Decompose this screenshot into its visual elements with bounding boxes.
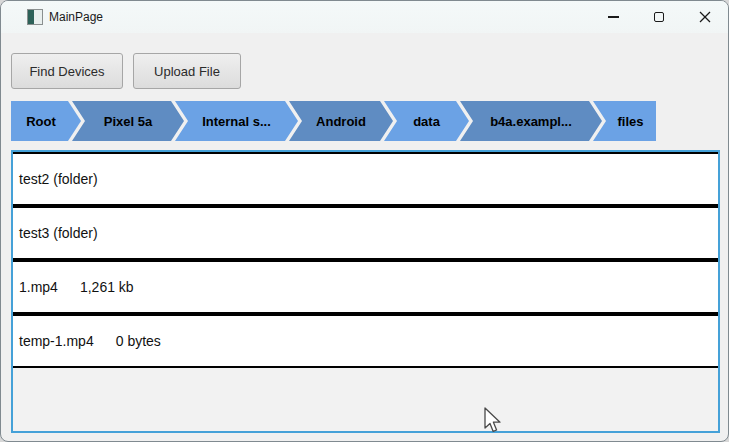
list-item[interactable]: temp-1.mp40 bytes: [13, 314, 718, 368]
minimize-icon: [608, 16, 619, 17]
app-window: MainPage Find Devices Upload File RootPi…: [0, 0, 729, 442]
file-size: 0 bytes: [116, 333, 161, 349]
breadcrumb-item-label: Root: [26, 114, 56, 129]
file-size: 1,261 kb: [80, 279, 134, 295]
file-name: test2 (folder): [19, 171, 98, 187]
window-controls: [590, 1, 728, 33]
breadcrumb-item-pixel-5a[interactable]: Pixel 5a: [72, 101, 184, 141]
find-devices-button[interactable]: Find Devices: [11, 53, 123, 89]
breadcrumb: RootPixel 5aInternal s...Androiddatab4a.…: [11, 101, 656, 141]
app-icon: [27, 9, 43, 25]
breadcrumb-item-label: files: [617, 114, 643, 129]
file-list[interactable]: test2 (folder)test3 (folder)1.mp41,261 k…: [11, 150, 720, 433]
maximize-icon: [654, 12, 664, 22]
breadcrumb-item-label: b4a.exampl...: [490, 114, 572, 129]
breadcrumb-item-android[interactable]: Android: [289, 101, 393, 141]
breadcrumb-item-root[interactable]: Root: [11, 101, 81, 141]
breadcrumb-item-label: Internal s...: [202, 114, 271, 129]
upload-file-button[interactable]: Upload File: [133, 53, 241, 89]
list-item[interactable]: test2 (folder): [13, 152, 718, 206]
breadcrumb-item-label: Pixel 5a: [104, 114, 152, 129]
file-name: temp-1.mp4: [19, 333, 94, 349]
close-icon: [699, 11, 711, 23]
breadcrumb-item-internal-s[interactable]: Internal s...: [175, 101, 298, 141]
file-name: test3 (folder): [19, 225, 98, 241]
breadcrumb-item-b4a-exampl[interactable]: b4a.exampl...: [460, 101, 602, 141]
maximize-button[interactable]: [636, 1, 682, 33]
window-title: MainPage: [49, 1, 103, 33]
file-name: 1.mp4: [19, 279, 58, 295]
breadcrumb-item-label: data: [413, 114, 440, 129]
close-button[interactable]: [682, 1, 728, 33]
breadcrumb-item-data[interactable]: data: [384, 101, 469, 141]
list-item[interactable]: test3 (folder): [13, 206, 718, 260]
list-item[interactable]: 1.mp41,261 kb: [13, 260, 718, 314]
minimize-button[interactable]: [590, 1, 636, 33]
breadcrumb-item-label: Android: [316, 114, 366, 129]
breadcrumb-item-files[interactable]: files: [593, 101, 656, 141]
title-bar[interactable]: MainPage: [1, 1, 728, 33]
